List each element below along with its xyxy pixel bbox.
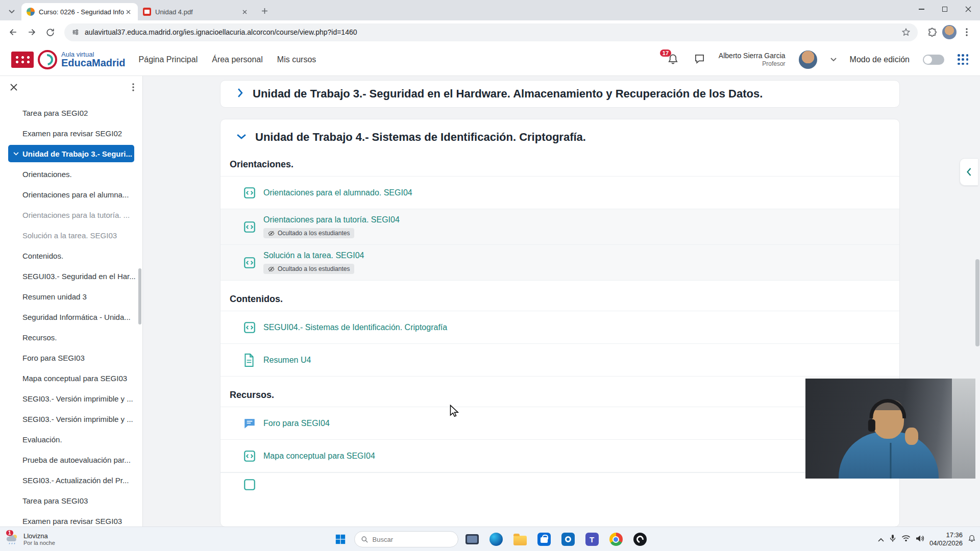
hidden-badge: Ocultado a los estudiantes	[263, 228, 354, 238]
browser-tab-pdf[interactable]: Unidad 4.pdf	[138, 3, 254, 20]
sidebar-item-hidden[interactable]: Orientaciones para la tutoría. ...	[0, 205, 142, 225]
search-input[interactable]	[373, 536, 444, 543]
html-resource-icon	[243, 220, 256, 234]
drawer-kebab-icon[interactable]	[132, 83, 134, 93]
sidebar-item[interactable]: SEGI03.- Versión imprimible y ...	[0, 409, 142, 429]
activity-link[interactable]: Foro para SEGI04	[263, 419, 330, 428]
window-close-button[interactable]	[957, 0, 980, 18]
collapse-section-chevron-icon[interactable]	[237, 133, 246, 142]
activity-link[interactable]: Orientaciones para la tutoría. SEGI04	[263, 215, 400, 224]
tray-mic-icon[interactable]	[889, 534, 896, 544]
bookmark-star-icon[interactable]	[901, 28, 911, 37]
activity-row-hidden: Solución a la tarea. SEGI04 Ocultado a l…	[220, 244, 899, 280]
tab-title: Unidad 4.pdf	[155, 8, 240, 16]
tray-notifications-bell-icon[interactable]	[968, 534, 976, 545]
sidebar-item[interactable]: Examen para revisar SEGI02	[0, 123, 142, 143]
site-info-icon[interactable]	[71, 28, 80, 36]
tray-wifi-icon[interactable]	[901, 535, 911, 544]
edit-mode-toggle[interactable]	[923, 55, 944, 65]
taskbar-app-monitor[interactable]	[462, 529, 482, 549]
page-scrollbar[interactable]	[975, 259, 979, 346]
apps-grid-icon[interactable]	[958, 54, 969, 65]
nav-area-personal[interactable]: Área personal	[212, 55, 263, 64]
user-role: Profesor	[719, 60, 786, 67]
activity-row-clipped	[220, 472, 899, 493]
sidebar-item-selected-unit3[interactable]: Unidad de Trabajo 3.- Seguri...	[8, 145, 134, 162]
tab-close-icon[interactable]	[124, 8, 133, 16]
url-bar[interactable]: aulavirtual37.educa.madrid.org/ies.ignac…	[64, 23, 918, 41]
eye-off-icon	[268, 231, 275, 236]
sidebar-item[interactable]: Recursos.	[0, 327, 142, 347]
browser-profile-avatar[interactable]	[942, 25, 957, 39]
user-name: Alberto Sierra Garcia	[719, 52, 786, 60]
section-title[interactable]: Unidad de Trabajo 3.- Seguridad en el Ha…	[253, 87, 763, 101]
brand-bottom: EducaMadrid	[61, 58, 126, 68]
taskbar-app-outlook[interactable]	[558, 529, 578, 549]
taskbar-app-obs[interactable]	[630, 529, 650, 549]
browser-toolbar: aulavirtual37.educa.madrid.org/ies.ignac…	[0, 20, 980, 44]
sidebar-item[interactable]: Tarea para SEGI02	[0, 103, 142, 123]
webcam-headphones-band	[869, 399, 906, 418]
user-avatar[interactable]	[799, 51, 817, 69]
browser-menu-kebab-icon[interactable]	[959, 24, 975, 40]
tray-volume-icon[interactable]	[916, 535, 924, 544]
activity-link[interactable]: Solución a la tarea. SEGI04	[263, 251, 364, 260]
sidebar-item[interactable]: Tarea para SEGI03	[0, 490, 142, 511]
close-drawer-icon[interactable]	[10, 84, 17, 93]
sidebar-item[interactable]: Orientaciones.	[0, 164, 142, 184]
sidebar-item[interactable]: Seguridad Informática - Unida...	[0, 307, 142, 327]
sidebar-item[interactable]: Prueba de autoevaluación par...	[0, 449, 142, 470]
section-title[interactable]: Unidad de Trabajo 4.- Sistemas de Identi…	[255, 131, 586, 144]
activity-link[interactable]: Mapa conceptual para SEGI04	[263, 452, 375, 461]
reload-icon[interactable]	[42, 24, 58, 40]
window-minimize-button[interactable]	[910, 0, 933, 18]
activity-link[interactable]: Resumen U4	[263, 356, 311, 365]
browser-tab-course[interactable]: Curso: 0226 - Seguridad Inform	[21, 3, 138, 20]
messages-icon[interactable]	[694, 53, 705, 67]
eye-off-icon	[268, 266, 275, 272]
nav-mis-cursos[interactable]: Mis cursos	[277, 55, 316, 64]
user-menu-chevron-icon[interactable]	[830, 58, 837, 62]
clock-time: 17:36	[929, 531, 963, 539]
sidebar-item-hidden[interactable]: Solución a la tarea. SEGI03	[0, 225, 142, 245]
sidebar-scrollbar[interactable]	[138, 268, 141, 324]
window-maximize-button[interactable]	[933, 0, 957, 18]
new-tab-button[interactable]	[257, 4, 272, 18]
taskbar-app-edge[interactable]	[486, 529, 506, 549]
taskbar-app-file-explorer[interactable]	[510, 529, 530, 549]
sidebar-item[interactable]: Resumen unidad 3	[0, 286, 142, 307]
pdf-favicon	[143, 8, 151, 16]
taskbar-app-chrome[interactable]	[606, 529, 626, 549]
tray-chevron-up-icon[interactable]	[878, 535, 884, 544]
sidebar-item[interactable]: SEGUI03.- Seguridad en el Har...	[0, 266, 142, 286]
webcam-background-wall	[952, 379, 975, 479]
taskbar-clock[interactable]: 17:36 04/02/2026	[929, 531, 963, 548]
activity-row: Foro para SEGI04	[220, 407, 899, 439]
tab-close-icon[interactable]	[240, 8, 249, 16]
sidebar-item[interactable]: Evaluación.	[0, 429, 142, 449]
back-icon[interactable]	[5, 24, 21, 40]
educamadrid-logo[interactable]: Aula virtual EducaMadrid	[11, 50, 126, 69]
taskbar-search-box[interactable]	[354, 531, 458, 547]
sidebar-item[interactable]: Examen para revisar SEGI03	[0, 511, 142, 527]
nav-pagina-principal[interactable]: Página Principal	[139, 55, 198, 64]
tab-search-chevron-icon[interactable]	[5, 6, 18, 17]
chevron-down-icon	[13, 152, 19, 156]
sidebar-item[interactable]: Foro para SEGI03	[0, 347, 142, 368]
activity-link[interactable]: SEGUI04.- Sistemas de Identificación. Cr…	[263, 323, 447, 332]
taskbar-app-teams[interactable]: T	[582, 529, 602, 549]
sidebar-item[interactable]: Contenidos.	[0, 245, 142, 266]
sidebar-item[interactable]: SEGI03.- Actualización del Pr...	[0, 470, 142, 490]
notifications-bell-icon[interactable]: 17	[667, 53, 680, 66]
sidebar-item[interactable]: Orientaciones para el alumna...	[0, 184, 142, 205]
activity-link[interactable]: Orientaciones para el alumnado. SEGI04	[263, 188, 412, 197]
chevron-left-icon	[966, 168, 972, 176]
taskbar-app-store[interactable]	[534, 529, 554, 549]
forward-icon[interactable]	[23, 24, 40, 40]
open-block-drawer-button[interactable]	[960, 158, 978, 186]
expand-section-chevron-icon[interactable]	[237, 88, 243, 99]
start-button[interactable]	[330, 529, 351, 549]
extensions-icon[interactable]	[924, 24, 940, 40]
sidebar-item[interactable]: SEGI03.- Versión imprimible y ...	[0, 388, 142, 409]
sidebar-item[interactable]: Mapa conceptual para SEGI03	[0, 368, 142, 388]
